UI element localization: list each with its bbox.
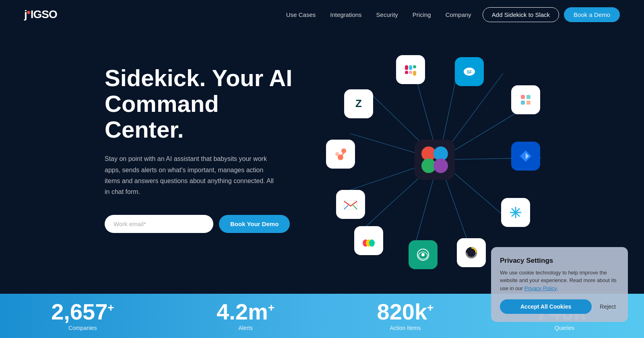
- stat-alerts: 4.2m+ Alerts: [217, 301, 275, 331]
- stat-number-actions: 820k+: [377, 301, 434, 323]
- nav-use-cases[interactable]: Use Cases: [286, 11, 316, 18]
- svg-rect-26: [521, 95, 525, 99]
- privacy-policy-link[interactable]: Privacy Policy: [524, 285, 557, 291]
- svg-rect-19: [409, 65, 412, 70]
- nav-links: Use Cases Integrations Security Pricing …: [286, 11, 471, 18]
- svg-rect-22: [405, 71, 408, 74]
- email-row: Book Your Demo: [105, 215, 298, 233]
- nav-integrations[interactable]: Integrations: [330, 11, 361, 18]
- jigso-center-icon: [415, 140, 455, 180]
- hero-title: Sidekick. Your AI Command Center.: [105, 65, 298, 142]
- accept-cookies-button[interactable]: Accept All Cookies: [500, 299, 592, 314]
- svg-point-33: [338, 155, 343, 160]
- svg-rect-18: [405, 65, 408, 70]
- svg-rect-28: [521, 101, 525, 105]
- cookie-buttons: Accept All Cookies Reject: [500, 299, 619, 314]
- book-demo-button[interactable]: Book Your Demo: [219, 215, 290, 233]
- book-demo-nav-button[interactable]: Book a Demo: [564, 7, 620, 22]
- stat-actions: 820k+ Action Items: [377, 301, 434, 331]
- svg-text:Z: Z: [355, 97, 362, 109]
- cookie-text: We use cookie technology to help improve…: [500, 269, 619, 293]
- hero-left: Sidekick. Your AI Command Center. Stay o…: [105, 53, 298, 233]
- stat-companies: 2,657+ Companies: [51, 301, 114, 331]
- nav-security[interactable]: Security: [376, 11, 398, 18]
- zendesk-icon: Z: [344, 89, 373, 118]
- svg-text:SF: SF: [467, 70, 472, 74]
- svg-point-15: [433, 159, 448, 173]
- hubspot-icon: [326, 140, 355, 169]
- integration-diagram: SF Z: [314, 53, 564, 262]
- cookie-banner: Privacy Settings We use cookie technolog…: [491, 247, 628, 322]
- stat-number-companies: 2,657+: [51, 301, 114, 323]
- stat-label-companies: Companies: [51, 325, 114, 331]
- stat-label-alerts: Alerts: [217, 325, 275, 331]
- notion-icon: [511, 85, 540, 114]
- logo[interactable]: jIGSO: [24, 8, 57, 21]
- svg-rect-20: [413, 65, 416, 68]
- svg-point-43: [421, 253, 425, 256]
- nav-company[interactable]: Company: [446, 11, 471, 18]
- svg-rect-21: [413, 71, 416, 76]
- svg-rect-36: [344, 200, 357, 209]
- svg-rect-27: [526, 95, 530, 99]
- reject-cookies-button[interactable]: Reject: [597, 299, 619, 314]
- add-sidekick-button[interactable]: Add Sidekick to Slack: [483, 7, 559, 22]
- svg-point-30: [341, 148, 346, 153]
- stat-label-queries: Queries: [536, 325, 593, 331]
- svg-point-44: [466, 247, 477, 258]
- svg-point-41: [369, 239, 375, 247]
- gmail-icon: [336, 190, 365, 219]
- navbar: jIGSO Use Cases Integrations Security Pr…: [0, 0, 644, 29]
- monday-icon: [354, 226, 383, 255]
- stat-number-alerts: 4.2m+: [217, 301, 275, 323]
- slack-icon: [396, 55, 425, 84]
- cookie-title: Privacy Settings: [500, 257, 619, 265]
- jira-icon: [511, 142, 540, 171]
- svg-rect-17: [409, 71, 412, 74]
- clockwise-icon: [457, 238, 486, 267]
- email-input[interactable]: [105, 215, 213, 233]
- svg-point-49: [514, 211, 517, 214]
- chatgpt-icon: [409, 240, 438, 269]
- salesforce-icon: SF: [455, 57, 484, 86]
- nav-pricing[interactable]: Pricing: [413, 11, 431, 18]
- hero-description: Stay on point with an AI assistant that …: [105, 153, 274, 197]
- stat-label-actions: Action Items: [377, 325, 434, 331]
- svg-rect-29: [526, 101, 530, 105]
- snowflake-icon: [501, 198, 530, 227]
